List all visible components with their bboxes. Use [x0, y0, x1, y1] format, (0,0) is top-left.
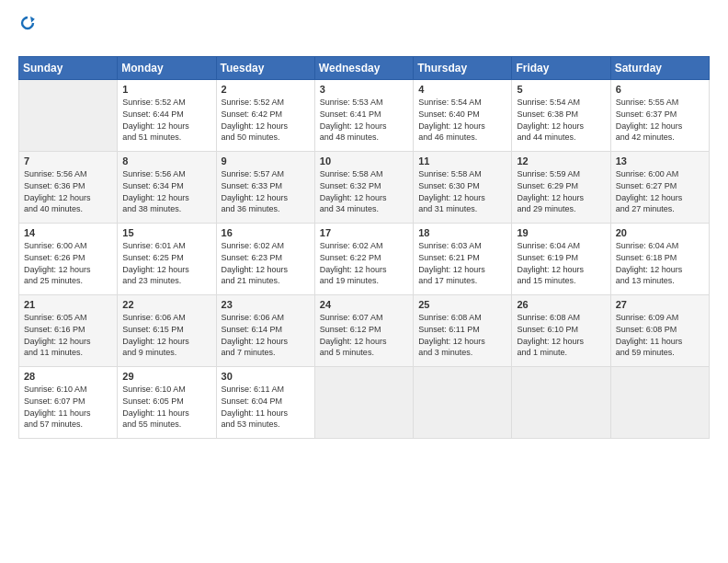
day-info: Sunrise: 6:09 AM Sunset: 6:08 PM Dayligh…: [616, 312, 704, 358]
calendar-cell: 26Sunrise: 6:08 AM Sunset: 6:10 PM Dayli…: [512, 295, 610, 367]
day-info: Sunrise: 6:02 AM Sunset: 6:22 PM Dayligh…: [320, 240, 408, 286]
day-number: 20: [616, 227, 704, 238]
calendar-cell: 9Sunrise: 5:57 AM Sunset: 6:33 PM Daylig…: [216, 152, 314, 224]
day-number: 5: [517, 84, 605, 95]
day-info: Sunrise: 5:58 AM Sunset: 6:32 PM Dayligh…: [320, 168, 408, 214]
calendar-cell: 27Sunrise: 6:09 AM Sunset: 6:08 PM Dayli…: [610, 295, 709, 367]
day-info: Sunrise: 5:52 AM Sunset: 6:42 PM Dayligh…: [222, 97, 310, 143]
calendar-week-3: 14Sunrise: 6:00 AM Sunset: 6:26 PM Dayli…: [19, 224, 710, 295]
day-number: 11: [418, 155, 506, 167]
logo-icon: [19, 15, 36, 31]
calendar-cell: 6Sunrise: 5:55 AM Sunset: 6:37 PM Daylig…: [610, 80, 709, 152]
day-info: Sunrise: 6:02 AM Sunset: 6:23 PM Dayligh…: [222, 240, 310, 286]
day-info: Sunrise: 6:06 AM Sunset: 6:15 PM Dayligh…: [122, 312, 210, 358]
weekday-header-row: SundayMondayTuesdayWednesdayThursdayFrid…: [19, 57, 710, 80]
calendar-cell: 29Sunrise: 6:10 AM Sunset: 6:05 PM Dayli…: [118, 367, 216, 439]
day-number: 18: [418, 227, 506, 238]
calendar-cell: 30Sunrise: 6:11 AM Sunset: 6:04 PM Dayli…: [216, 367, 314, 439]
day-number: 9: [222, 155, 310, 167]
day-number: 22: [122, 299, 210, 310]
day-number: 19: [517, 227, 605, 238]
calendar-cell: 23Sunrise: 6:06 AM Sunset: 6:14 PM Dayli…: [216, 295, 314, 367]
calendar-cell: 7Sunrise: 5:56 AM Sunset: 6:36 PM Daylig…: [19, 152, 118, 224]
day-number: 28: [24, 371, 112, 382]
day-number: 1: [122, 84, 210, 95]
day-number: 10: [320, 155, 408, 167]
calendar-week-1: 1Sunrise: 5:52 AM Sunset: 6:44 PM Daylig…: [19, 80, 710, 152]
day-info: Sunrise: 5:57 AM Sunset: 6:33 PM Dayligh…: [222, 168, 310, 214]
calendar-cell: 25Sunrise: 6:08 AM Sunset: 6:11 PM Dayli…: [414, 295, 512, 367]
weekday-header-saturday: Saturday: [610, 57, 709, 80]
day-number: 3: [320, 84, 408, 95]
day-number: 2: [222, 84, 310, 95]
day-number: 17: [320, 227, 408, 238]
day-info: Sunrise: 6:10 AM Sunset: 6:07 PM Dayligh…: [24, 384, 112, 430]
calendar-week-5: 28Sunrise: 6:10 AM Sunset: 6:07 PM Dayli…: [19, 367, 710, 439]
header: [18, 15, 710, 49]
day-info: Sunrise: 6:01 AM Sunset: 6:25 PM Dayligh…: [122, 240, 210, 286]
day-number: 23: [222, 299, 310, 310]
weekday-header-tuesday: Tuesday: [216, 57, 314, 80]
weekday-header-friday: Friday: [512, 57, 610, 80]
calendar-cell: 21Sunrise: 6:05 AM Sunset: 6:16 PM Dayli…: [19, 295, 118, 367]
calendar-cell: 18Sunrise: 6:03 AM Sunset: 6:21 PM Dayli…: [414, 224, 512, 295]
calendar: SundayMondayTuesdayWednesdayThursdayFrid…: [18, 56, 710, 439]
day-number: 30: [222, 371, 310, 382]
calendar-cell: 15Sunrise: 6:01 AM Sunset: 6:25 PM Dayli…: [118, 224, 216, 295]
calendar-week-4: 21Sunrise: 6:05 AM Sunset: 6:16 PM Dayli…: [19, 295, 710, 367]
calendar-cell: 10Sunrise: 5:58 AM Sunset: 6:32 PM Dayli…: [314, 152, 413, 224]
day-number: 21: [24, 299, 112, 310]
day-number: 13: [616, 155, 704, 167]
calendar-cell: [314, 367, 413, 439]
weekday-header-wednesday: Wednesday: [314, 57, 413, 80]
day-info: Sunrise: 5:56 AM Sunset: 6:34 PM Dayligh…: [122, 168, 210, 214]
day-number: 25: [418, 299, 506, 310]
day-number: 14: [24, 227, 112, 238]
calendar-cell: [512, 367, 610, 439]
calendar-cell: 16Sunrise: 6:02 AM Sunset: 6:23 PM Dayli…: [216, 224, 314, 295]
calendar-cell: 14Sunrise: 6:00 AM Sunset: 6:26 PM Dayli…: [19, 224, 118, 295]
day-number: 12: [517, 155, 605, 167]
day-info: Sunrise: 5:54 AM Sunset: 6:38 PM Dayligh…: [517, 97, 605, 143]
weekday-header-thursday: Thursday: [414, 57, 512, 80]
calendar-cell: 5Sunrise: 5:54 AM Sunset: 6:38 PM Daylig…: [512, 80, 610, 152]
calendar-cell: 1Sunrise: 5:52 AM Sunset: 6:44 PM Daylig…: [118, 80, 216, 152]
calendar-cell: 12Sunrise: 5:59 AM Sunset: 6:29 PM Dayli…: [512, 152, 610, 224]
calendar-cell: [19, 80, 118, 152]
day-info: Sunrise: 6:10 AM Sunset: 6:05 PM Dayligh…: [122, 384, 210, 430]
calendar-cell: 13Sunrise: 6:00 AM Sunset: 6:27 PM Dayli…: [610, 152, 709, 224]
calendar-week-2: 7Sunrise: 5:56 AM Sunset: 6:36 PM Daylig…: [19, 152, 710, 224]
logo: [18, 15, 36, 49]
day-info: Sunrise: 5:58 AM Sunset: 6:30 PM Dayligh…: [418, 168, 506, 214]
day-number: 8: [122, 155, 210, 167]
calendar-cell: 17Sunrise: 6:02 AM Sunset: 6:22 PM Dayli…: [314, 224, 413, 295]
day-number: 27: [616, 299, 704, 310]
calendar-cell: 8Sunrise: 5:56 AM Sunset: 6:34 PM Daylig…: [118, 152, 216, 224]
calendar-cell: 28Sunrise: 6:10 AM Sunset: 6:07 PM Dayli…: [19, 367, 118, 439]
day-number: 4: [418, 84, 506, 95]
calendar-cell: 2Sunrise: 5:52 AM Sunset: 6:42 PM Daylig…: [216, 80, 314, 152]
day-info: Sunrise: 6:04 AM Sunset: 6:18 PM Dayligh…: [616, 240, 704, 286]
calendar-cell: 4Sunrise: 5:54 AM Sunset: 6:40 PM Daylig…: [414, 80, 512, 152]
day-info: Sunrise: 5:53 AM Sunset: 6:41 PM Dayligh…: [320, 97, 408, 143]
day-number: 29: [122, 371, 210, 382]
calendar-cell: 22Sunrise: 6:06 AM Sunset: 6:15 PM Dayli…: [118, 295, 216, 367]
calendar-cell: [610, 367, 709, 439]
day-number: 26: [517, 299, 605, 310]
day-info: Sunrise: 6:08 AM Sunset: 6:11 PM Dayligh…: [418, 312, 506, 358]
day-info: Sunrise: 6:07 AM Sunset: 6:12 PM Dayligh…: [320, 312, 408, 358]
day-info: Sunrise: 6:11 AM Sunset: 6:04 PM Dayligh…: [222, 384, 310, 430]
day-info: Sunrise: 5:56 AM Sunset: 6:36 PM Dayligh…: [24, 168, 112, 214]
day-info: Sunrise: 6:04 AM Sunset: 6:19 PM Dayligh…: [517, 240, 605, 286]
day-info: Sunrise: 5:54 AM Sunset: 6:40 PM Dayligh…: [418, 97, 506, 143]
weekday-header-monday: Monday: [118, 57, 216, 80]
day-info: Sunrise: 6:03 AM Sunset: 6:21 PM Dayligh…: [418, 240, 506, 286]
calendar-cell: 24Sunrise: 6:07 AM Sunset: 6:12 PM Dayli…: [314, 295, 413, 367]
day-number: 7: [24, 155, 112, 167]
calendar-cell: [414, 367, 512, 439]
day-info: Sunrise: 5:52 AM Sunset: 6:44 PM Dayligh…: [122, 97, 210, 143]
day-number: 15: [122, 227, 210, 238]
calendar-cell: 19Sunrise: 6:04 AM Sunset: 6:19 PM Dayli…: [512, 224, 610, 295]
day-number: 16: [222, 227, 310, 238]
day-info: Sunrise: 5:55 AM Sunset: 6:37 PM Dayligh…: [616, 97, 704, 143]
